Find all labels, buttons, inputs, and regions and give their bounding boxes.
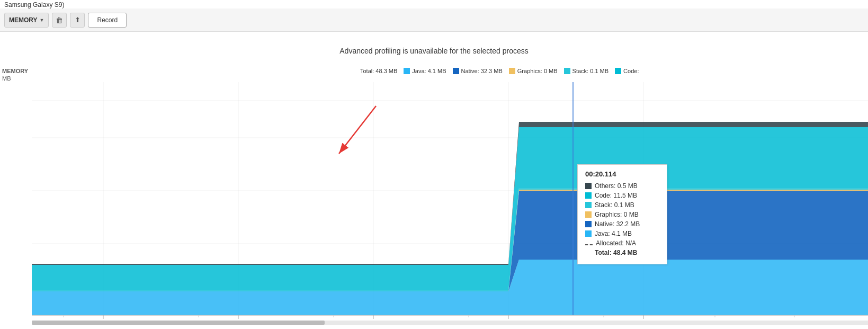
memory-dropdown[interactable]: MEMORY ▼ (4, 13, 49, 28)
tooltip-allocated-label: Allocated: N/A (596, 239, 636, 247)
data-tooltip: 00:20.114 Others: 0.5 MB Code: 11.5 MB S… (577, 164, 667, 264)
tooltip-graphics-label: Graphics: 0 MB (595, 211, 639, 218)
device-title: Samsung Galaxy S9) (4, 1, 64, 8)
chevron-down-icon: ▼ (40, 17, 44, 23)
allocated-color (585, 241, 593, 245)
svg-line-25 (339, 106, 376, 154)
tooltip-java-label: Java: 4.1 MB (595, 230, 632, 237)
toolbar: MEMORY ▼ 🗑 ⬆ Record (0, 8, 868, 32)
tooltip-others-label: Others: 0.5 MB (595, 182, 638, 190)
export-icon: ⬆ (75, 16, 80, 24)
export-button[interactable]: ⬆ (70, 13, 85, 28)
tooltip-row-graphics: Graphics: 0 MB (585, 211, 659, 218)
scrollbar-thumb[interactable] (32, 321, 325, 325)
memory-chart-svg (0, 32, 868, 329)
stack-color (585, 202, 592, 208)
java-color (585, 230, 592, 237)
red-arrow-indicator (307, 95, 413, 170)
tooltip-time: 00:20.114 (585, 170, 659, 178)
tooltip-code-label: Code: 11.5 MB (595, 192, 637, 199)
delete-button[interactable]: 🗑 (52, 13, 67, 28)
record-label: Record (97, 16, 118, 24)
native-color (585, 221, 592, 227)
tooltip-stack-label: Stack: 0.1 MB (595, 201, 634, 209)
tooltip-row-stack: Stack: 0.1 MB (585, 201, 659, 209)
tooltip-row-code: Code: 11.5 MB (585, 192, 659, 199)
tooltip-total-label: Total: 48.4 MB (595, 249, 637, 256)
trash-icon: 🗑 (56, 16, 63, 24)
tooltip-row-total: Total: 48.4 MB (585, 249, 659, 256)
chart-area: Advanced profiling is unavailable for th… (0, 32, 868, 329)
tooltip-row-java: Java: 4.1 MB (585, 230, 659, 237)
record-button[interactable]: Record (88, 13, 127, 28)
tooltip-row-native: Native: 32.2 MB (585, 220, 659, 228)
tooltip-native-label: Native: 32.2 MB (595, 220, 640, 228)
scrollbar-track[interactable] (32, 321, 868, 325)
profiling-message: Advanced profiling is unavailable for th… (0, 47, 868, 55)
tooltip-row-others: Others: 0.5 MB (585, 182, 659, 190)
code-color (585, 192, 592, 199)
tooltip-row-allocated: Allocated: N/A (585, 239, 659, 247)
others-color (585, 183, 592, 189)
graphics-color (585, 211, 592, 218)
memory-label: MEMORY (9, 16, 38, 24)
